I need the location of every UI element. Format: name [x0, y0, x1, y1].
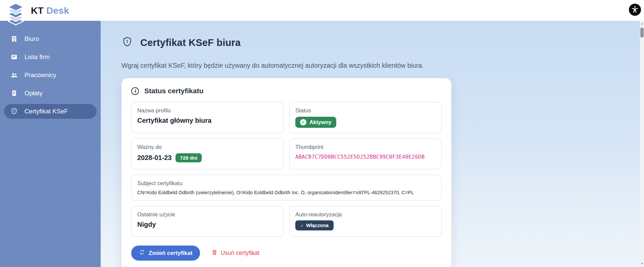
main-content: Certyfikat KSeF biura Wgraj certyfikat K…	[101, 21, 640, 267]
certificate-status-card: Status certyfikatu Nazwa profilu Certyfi…	[121, 78, 451, 267]
field-auto-reauth: Auto-reautoryzacja Włączona	[289, 206, 442, 237]
building-icon	[10, 35, 18, 43]
shield-title-icon	[121, 36, 133, 49]
field-last-use: Ostatnie użycie Nigdy	[131, 206, 284, 237]
page-title: Certyfikat KSeF biura	[140, 37, 241, 48]
change-certificate-label: Zmień certyfikat	[149, 250, 192, 257]
field-label: Nazwa profilu	[137, 107, 278, 114]
accessibility-button[interactable]	[629, 4, 641, 16]
scrollbar-up-arrow[interactable]	[640, 21, 644, 26]
sidebar-item-label: Pracownicy	[24, 71, 56, 79]
status-badge-label: Aktywny	[309, 119, 332, 125]
sidebar-item-lista-firm[interactable]: Lista firm	[4, 50, 97, 64]
sidebar-item-pracownicy[interactable]: Pracownicy	[4, 68, 97, 83]
page-header: Certyfikat KSeF biura	[121, 36, 640, 49]
sidebar-item-label: Lista firm	[24, 53, 50, 61]
info-icon	[131, 87, 139, 95]
brand-secondary: Desk	[46, 5, 69, 16]
thumbprint-value: ABACB7C7DD0BCC552E5D252BBC99C0F3E40E26DB	[295, 154, 436, 160]
page-subtitle: Wgraj certyfikat KSeF, który będzie używ…	[121, 62, 640, 69]
sidebar-item-certyfikat-ksef[interactable]: Certyfikat KSeF	[4, 104, 97, 119]
field-label: Ostatnie użycie	[137, 211, 278, 218]
delete-certificate-button[interactable]: Usuń certyfikat	[209, 249, 261, 258]
shield-icon	[10, 108, 18, 115]
field-label: Ważny do	[137, 144, 278, 150]
sidebar-item-label: Biuro	[24, 35, 39, 43]
accessibility-icon	[631, 5, 639, 14]
sidebar-item-label: Certyfikat KSeF	[24, 108, 68, 115]
valid-until-date: 2028-01-23	[137, 154, 171, 162]
sidebar-item-biuro[interactable]: Biuro	[4, 32, 97, 46]
field-profile-name: Nazwa profilu Certyfikat główny biura	[131, 102, 284, 133]
field-label: Auto-reautoryzacja	[295, 211, 436, 218]
card-header: Status certyfikatu	[131, 87, 442, 95]
delete-certificate-label: Usuń certyfikat	[220, 250, 259, 257]
app-title: KTDesk	[31, 5, 69, 16]
trash-icon	[211, 249, 217, 257]
scrollbar-thumb[interactable]	[640, 28, 644, 38]
field-valid-until: Ważny do 2028-01-23 729 dni	[131, 139, 284, 169]
sidebar-item-oplaty[interactable]: Opłaty	[4, 86, 97, 101]
top-header: KTDesk	[0, 0, 644, 21]
scrollbar-track[interactable]	[640, 21, 644, 267]
subject-value: CN=Kido Eoldbeld Odbrith (uwierzytelnien…	[137, 190, 436, 195]
card-actions: Zmień certyfikat Usuń certyfikat	[131, 246, 442, 261]
card-title: Status certyfikatu	[144, 87, 203, 95]
brand-primary: KT	[31, 5, 44, 16]
field-value: Nigdy	[137, 221, 278, 228]
people-icon	[10, 71, 18, 79]
sidebar: Biuro Lista firm Pracownicy	[0, 21, 101, 267]
field-value: 2028-01-23 729 dni	[137, 153, 278, 162]
certificate-fields-grid: Nazwa profilu Certyfikat główny biura St…	[131, 102, 442, 237]
receipt-icon	[10, 90, 18, 97]
scrollbar-down-arrow[interactable]	[640, 262, 644, 266]
list-icon	[10, 53, 18, 61]
field-status: Status Aktywny	[289, 102, 442, 133]
sidebar-item-label: Opłaty	[24, 90, 42, 97]
field-label: Subject certyfikatu	[137, 180, 436, 186]
change-certificate-button[interactable]: Zmień certyfikat	[131, 246, 200, 261]
status-badge: Aktywny	[295, 117, 336, 128]
auto-reauth-badge: Włączona	[295, 220, 334, 230]
refresh-icon	[139, 249, 145, 257]
field-value: Certyfikat główny biura	[137, 117, 278, 124]
check-circle-icon	[300, 119, 306, 125]
field-label: Status	[295, 107, 436, 114]
auto-reauth-badge-label: Włączona	[306, 223, 329, 228]
days-left-badge: 729 dni	[176, 153, 202, 162]
kt-desk-logo-icon	[5, 1, 26, 28]
field-label: Thumbprint	[295, 144, 436, 150]
field-subject: Subject certyfikatu CN=Kido Eoldbeld Odb…	[131, 175, 442, 201]
field-thumbprint: Thumbprint ABACB7C7DD0BCC552E5D252BBC99C…	[289, 139, 442, 169]
check-icon	[300, 223, 303, 228]
